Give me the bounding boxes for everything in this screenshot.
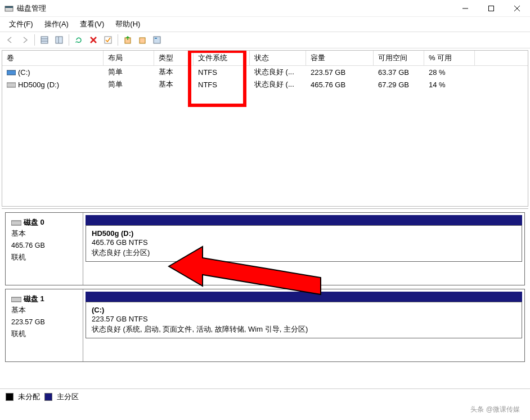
drive-icon (7, 69, 16, 76)
check-button[interactable] (101, 33, 115, 47)
disk-icon (11, 296, 21, 303)
cell-capacity: 465.76 GB (306, 79, 374, 90)
menu-view[interactable]: 查看(V) (74, 17, 110, 32)
col-header-volume[interactable]: 卷 (2, 51, 104, 65)
partition-box[interactable]: (C:) 223.57 GB NTFS 状态良好 (系统, 启动, 页面文件, … (86, 302, 522, 338)
disk-name: 磁盘 1 (24, 294, 44, 303)
cell-type: 基本 (154, 78, 194, 91)
disk-graphical-panel[interactable]: 磁盘 0 基本 465.76 GB 联机 HD500g (D:) 465.76 … (2, 208, 528, 388)
watermark-text: 头条 @微课传媒 (470, 405, 520, 414)
cell-type: 基本 (154, 66, 194, 78)
partition-header-bar (86, 215, 522, 225)
action-1-button[interactable] (121, 33, 134, 47)
volume-row[interactable]: HD500g (D:) 简单 基本 NTFS 状态良好 (... 465.76 … (2, 78, 528, 91)
disk-size: 223.57 GB (11, 317, 77, 328)
toolbar-separator (118, 34, 118, 46)
volume-list-header: 卷 布局 类型 文件系统 状态 容量 可用空间 % 可用 (2, 51, 528, 66)
cell-layout: 简单 (104, 78, 154, 91)
cell-free: 63.37 GB (374, 67, 424, 78)
disk-label-area: 磁盘 0 基本 465.76 GB 联机 (6, 213, 83, 285)
svg-rect-21 (11, 297, 21, 302)
volume-list[interactable]: 卷 布局 类型 文件系统 状态 容量 可用空间 % 可用 (C:) 简单 基本 … (2, 50, 528, 207)
disk-type: 基本 (11, 305, 77, 316)
partition-status: 状态良好 (系统, 启动, 页面文件, 活动, 故障转储, Wim 引导, 主分… (92, 324, 516, 334)
partition-size: 465.76 GB NTFS (92, 238, 516, 248)
action-2-button[interactable] (136, 33, 149, 47)
cell-free: 67.29 GB (374, 79, 424, 90)
disk-row[interactable]: 磁盘 0 基本 465.76 GB 联机 HD500g (D:) 465.76 … (5, 212, 525, 285)
cell-status: 状态良好 (... (250, 78, 306, 91)
col-header-capacity[interactable]: 容量 (306, 51, 374, 65)
toolbar-separator (69, 34, 69, 46)
volume-name: HD500g (D:) (18, 81, 59, 89)
disk-state: 联机 (11, 252, 77, 263)
back-button (3, 33, 17, 47)
svg-rect-6 (41, 37, 48, 43)
disk-label-area: 磁盘 1 基本 223.57 GB 联机 (6, 289, 83, 361)
close-button[interactable] (504, 0, 530, 17)
disk-row[interactable]: 磁盘 1 基本 223.57 GB 联机 (C:) 223.57 GB NTFS… (5, 289, 525, 362)
col-header-status[interactable]: 状态 (250, 51, 306, 65)
partition-status: 状态良好 (主分区) (92, 248, 516, 258)
legend-swatch-primary (44, 393, 52, 401)
svg-rect-16 (154, 37, 160, 43)
menu-action[interactable]: 操作(A) (39, 17, 74, 32)
menubar: 文件(F) 操作(A) 查看(V) 帮助(H) (0, 17, 530, 32)
disk-icon (11, 219, 21, 227)
cell-capacity: 223.57 GB (306, 67, 374, 78)
legend-unallocated-label: 未分配 (18, 392, 40, 402)
view-list-button[interactable] (38, 33, 51, 47)
menu-file[interactable]: 文件(F) (3, 17, 39, 32)
partition-header-bar (86, 292, 522, 302)
cell-pct: 14 % (424, 79, 475, 90)
col-header-filesystem[interactable]: 文件系统 (194, 51, 250, 65)
legend-swatch-unallocated (6, 393, 14, 401)
svg-rect-18 (7, 70, 16, 75)
minimize-button[interactable] (452, 0, 478, 17)
disk-state: 联机 (11, 329, 77, 339)
col-header-free[interactable]: 可用空间 (374, 51, 424, 65)
forward-button (18, 33, 32, 47)
disk-name: 磁盘 0 (24, 218, 44, 226)
drive-icon (7, 82, 16, 88)
disk-type: 基本 (11, 229, 77, 239)
titlebar: 磁盘管理 (0, 0, 530, 17)
svg-rect-9 (56, 37, 62, 43)
window-title: 磁盘管理 (17, 3, 452, 14)
partition-box[interactable]: HD500g (D:) 465.76 GB NTFS 状态良好 (主分区) (86, 225, 522, 262)
properties-button[interactable] (150, 33, 164, 47)
col-header-percent[interactable]: % 可用 (424, 51, 475, 65)
view-detail-button[interactable] (52, 33, 66, 47)
delete-button[interactable] (87, 33, 100, 47)
disk-size: 465.76 GB (11, 240, 77, 251)
svg-rect-13 (105, 37, 111, 43)
partition-name: (C:) (92, 306, 516, 314)
cell-layout: 简单 (104, 66, 154, 78)
legend-primary-label: 主分区 (57, 392, 79, 402)
col-header-type[interactable]: 类型 (154, 51, 194, 65)
refresh-button[interactable] (72, 33, 86, 47)
svg-rect-19 (7, 83, 16, 87)
svg-rect-1 (5, 6, 13, 8)
svg-rect-20 (11, 221, 21, 225)
menu-help[interactable]: 帮助(H) (110, 17, 146, 32)
app-icon (5, 4, 14, 13)
partition-name: HD500g (D:) (92, 229, 516, 238)
toolbar (0, 32, 530, 48)
svg-rect-15 (140, 38, 145, 43)
svg-rect-3 (489, 6, 494, 11)
col-header-layout[interactable]: 布局 (104, 51, 154, 65)
svg-rect-17 (155, 38, 157, 39)
cell-status: 状态良好 (... (250, 66, 306, 78)
partition-size: 223.57 GB NTFS (92, 314, 516, 324)
maximize-button[interactable] (478, 0, 504, 17)
toolbar-separator (34, 34, 35, 46)
cell-pct: 28 % (424, 67, 475, 78)
cell-fs: NTFS (194, 67, 250, 78)
volume-name: (C:) (18, 68, 30, 77)
legend-bar: 未分配 主分区 (0, 388, 530, 404)
volume-row[interactable]: (C:) 简单 基本 NTFS 状态良好 (... 223.57 GB 63.3… (2, 66, 528, 78)
cell-fs: NTFS (194, 79, 250, 90)
